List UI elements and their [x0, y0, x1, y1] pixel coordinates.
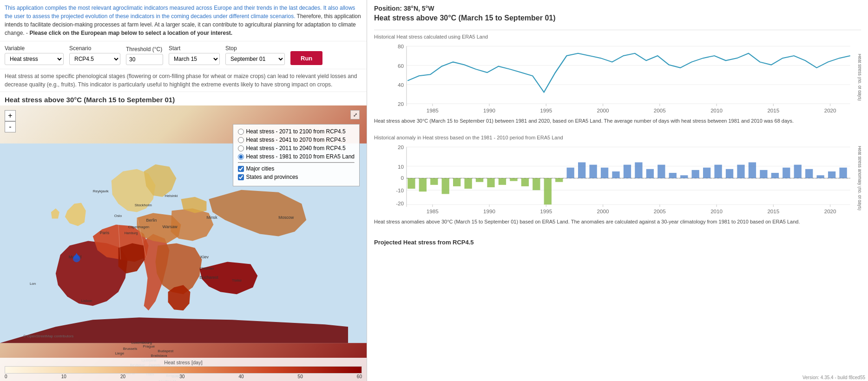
divider-1	[374, 30, 861, 30]
states-provinces-option[interactable]: States and provinces	[238, 174, 355, 180]
start-control: Start March 1 March 15 April 1	[169, 45, 220, 65]
layer-option-2[interactable]: Heat stress - 2041 to 2070 from RCP4.5	[238, 137, 355, 143]
svg-text:80: 80	[398, 44, 404, 49]
stop-label: Stop	[225, 45, 285, 52]
svg-rect-107	[487, 178, 494, 188]
legend-gradient	[5, 366, 362, 374]
svg-text:Lon: Lon	[30, 282, 36, 286]
svg-rect-122	[658, 165, 665, 178]
svg-text:Liege: Liege	[115, 351, 125, 355]
expand-button[interactable]: ⤢	[350, 110, 360, 119]
anomaly-description: Heat stress anomalies above 30°C (March …	[374, 218, 861, 225]
svg-text:Heat stress (no. of days): Heat stress (no. of days)	[857, 54, 861, 101]
start-select[interactable]: March 1 March 15 April 1	[169, 53, 220, 65]
svg-rect-133	[783, 168, 790, 178]
threshold-control: Threshold (°C)	[126, 46, 163, 65]
svg-text:2015: 2015	[767, 108, 779, 113]
svg-text:Budapest: Budapest	[158, 349, 174, 353]
svg-rect-130	[749, 163, 756, 178]
left-panel: This application compiles the most relev…	[0, 0, 367, 381]
svg-rect-119	[624, 165, 631, 178]
svg-rect-116	[589, 165, 597, 178]
svg-rect-100	[408, 178, 415, 189]
legend-tick-2: 20	[120, 374, 125, 379]
svg-text:20: 20	[398, 145, 404, 150]
svg-text:Reykjavik: Reykjavik	[93, 189, 109, 193]
info-text: This application compiles the most relev…	[0, 0, 367, 41]
svg-text:1985: 1985	[427, 209, 439, 214]
svg-text:Lisbon: Lisbon	[81, 299, 92, 303]
svg-rect-111	[533, 178, 540, 190]
svg-rect-106	[476, 178, 483, 182]
legend-overlay: Heat stress [day] 0 10 20 30 40 50 60	[0, 358, 367, 381]
layer-option-1[interactable]: Heat stress - 2071 to 2100 from RCP4.5	[238, 128, 355, 135]
legend-bar	[5, 366, 362, 374]
legend-tick-0: 0	[5, 374, 7, 379]
svg-text:Brussels: Brussels	[123, 347, 138, 351]
zoom-out-button[interactable]: -	[5, 121, 16, 132]
stop-select[interactable]: August 15 September 01 September 15	[225, 53, 285, 65]
svg-text:1990: 1990	[483, 209, 495, 214]
svg-rect-102	[430, 178, 438, 185]
scenario-label: Scenario	[69, 45, 120, 52]
svg-text:Moscow: Moscow	[278, 215, 294, 220]
states-provinces-checkbox[interactable]	[238, 174, 244, 180]
stop-control: Stop August 15 September 01 September 15	[225, 45, 285, 65]
svg-text:2020: 2020	[824, 108, 836, 113]
svg-text:2000: 2000	[597, 108, 609, 113]
svg-text:2005: 2005	[654, 108, 666, 113]
svg-rect-135	[805, 169, 813, 178]
svg-text:0: 0	[401, 176, 404, 181]
major-cities-checkbox[interactable]	[238, 166, 244, 172]
svg-rect-104	[453, 178, 460, 187]
svg-text:-10: -10	[396, 188, 404, 193]
info-text-content: This application compiles the most relev…	[5, 5, 361, 36]
svg-text:Berlin: Berlin	[146, 218, 157, 223]
legend-title: Heat stress [day]	[5, 360, 362, 365]
layer-radio-3[interactable]	[238, 145, 244, 151]
svg-text:Heat stress anomaly (no. of da: Heat stress anomaly (no. of days)	[857, 146, 861, 210]
chart-title-main: Heat stress above 30°C (March 15 to Sept…	[374, 14, 861, 22]
controls-bar: Variable Heat stress Frost days Drought …	[0, 41, 367, 69]
scenario-select[interactable]: RCP4.5 RCP2.6 RCP8.5	[69, 53, 120, 65]
svg-text:Bucharest: Bucharest	[199, 275, 218, 280]
run-button[interactable]: Run	[290, 51, 322, 65]
svg-rect-136	[817, 176, 824, 178]
svg-rect-112	[544, 178, 552, 205]
layer-label-2: Heat stress - 2041 to 2070 from RCP4.5	[246, 137, 346, 143]
historical-description: Heat stress above 30°C (March 15 to Sept…	[374, 118, 861, 125]
zoom-in-button[interactable]: +	[5, 110, 16, 121]
svg-rect-110	[521, 178, 529, 187]
layer-option-4[interactable]: Heat stress - 1981 to 2010 from ERA5 Lan…	[238, 153, 355, 160]
major-cities-option[interactable]: Major cities	[238, 165, 355, 172]
svg-rect-105	[464, 178, 472, 189]
threshold-input[interactable]	[126, 54, 163, 65]
layer-option-3[interactable]: Heat stress - 2011 to 2040 from RCP4.5	[238, 145, 355, 151]
version-bar: Version: 4.35.4 - build f8ced55	[800, 374, 868, 381]
svg-rect-120	[635, 163, 642, 178]
description-text: Heat stress at some specific phenologica…	[0, 69, 367, 92]
svg-rect-115	[578, 163, 585, 178]
layer-radio-1[interactable]	[238, 129, 244, 135]
layer-radio-4[interactable]	[238, 154, 244, 160]
start-label: Start	[169, 45, 220, 52]
svg-rect-127	[714, 165, 722, 178]
svg-rect-121	[646, 169, 654, 178]
historical-chart-label: Historical Heat stress calculated using …	[374, 34, 861, 39]
svg-text:1995: 1995	[540, 108, 552, 113]
svg-text:Copenhagen: Copenhagen	[128, 225, 150, 229]
variable-select[interactable]: Heat stress Frost days Drought index	[5, 53, 64, 65]
legend-tick-1: 10	[61, 374, 66, 379]
svg-rect-126	[703, 168, 710, 178]
scenario-control: Scenario RCP4.5 RCP2.6 RCP8.5	[69, 45, 120, 65]
svg-rect-118	[612, 171, 619, 178]
layer-radio-2[interactable]	[238, 137, 244, 143]
anomaly-chart-label: Historical anomaly in Heat stress based …	[374, 135, 861, 140]
anomaly-chart-svg: 20 10 0 -10 -20 1985 1990 1995 2000 2005…	[374, 142, 861, 217]
svg-text:2010: 2010	[710, 209, 723, 214]
right-panel: Position: 38°N, 5°W Heat stress above 30…	[367, 0, 868, 381]
svg-rect-103	[442, 178, 449, 194]
variable-label: Variable	[5, 45, 64, 52]
svg-rect-134	[794, 165, 802, 178]
svg-text:Chisinau: Chisinau	[199, 266, 214, 270]
